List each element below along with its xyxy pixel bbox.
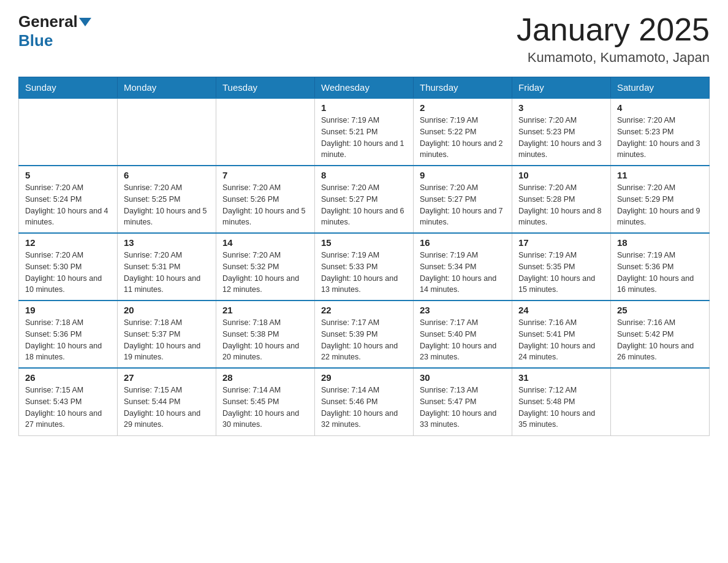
calendar-cell: 5Sunrise: 7:20 AMSunset: 5:24 PMDaylight… [19,166,118,233]
location-title: Kumamoto, Kumamoto, Japan [517,50,710,66]
weekday-header-sunday: Sunday [19,77,118,99]
day-number: 18 [617,237,703,248]
calendar-cell: 25Sunrise: 7:16 AMSunset: 5:42 PMDayligh… [611,301,710,368]
day-info: Sunrise: 7:19 AMSunset: 5:22 PMDaylight:… [420,115,506,161]
calendar-cell: 1Sunrise: 7:19 AMSunset: 5:21 PMDaylight… [315,98,414,166]
weekday-header-tuesday: Tuesday [216,77,315,99]
day-number: 4 [617,102,703,113]
calendar-cell: 2Sunrise: 7:19 AMSunset: 5:22 PMDaylight… [414,98,512,166]
day-number: 25 [617,305,703,315]
day-number: 28 [222,372,308,383]
calendar-cell: 26Sunrise: 7:15 AMSunset: 5:43 PMDayligh… [19,368,118,435]
day-info: Sunrise: 7:20 AMSunset: 5:30 PMDaylight:… [25,250,111,296]
day-number: 7 [222,170,308,180]
day-number: 27 [124,372,210,383]
day-info: Sunrise: 7:16 AMSunset: 5:41 PMDaylight:… [518,317,604,363]
day-number: 29 [321,372,407,383]
calendar-cell: 6Sunrise: 7:20 AMSunset: 5:25 PMDaylight… [118,166,216,233]
calendar-cell: 29Sunrise: 7:14 AMSunset: 5:46 PMDayligh… [315,368,414,435]
day-number: 23 [420,305,506,315]
logo: General Blue [18,12,93,50]
day-number: 15 [321,237,407,248]
day-info: Sunrise: 7:20 AMSunset: 5:23 PMDaylight:… [518,115,604,161]
calendar-cell: 11Sunrise: 7:20 AMSunset: 5:29 PMDayligh… [611,166,710,233]
page-header: General Blue January 2025 Kumamoto, Kuma… [18,12,710,66]
day-info: Sunrise: 7:16 AMSunset: 5:42 PMDaylight:… [617,317,703,363]
weekday-header-wednesday: Wednesday [315,77,414,99]
day-info: Sunrise: 7:20 AMSunset: 5:27 PMDaylight:… [420,182,506,228]
calendar-cell: 21Sunrise: 7:18 AMSunset: 5:38 PMDayligh… [216,301,315,368]
week-row-1: 1Sunrise: 7:19 AMSunset: 5:21 PMDaylight… [19,98,710,166]
calendar-cell: 31Sunrise: 7:12 AMSunset: 5:48 PMDayligh… [512,368,611,435]
month-title: January 2025 [517,12,710,47]
calendar-cell: 14Sunrise: 7:20 AMSunset: 5:32 PMDayligh… [216,233,315,301]
day-number: 11 [617,170,703,180]
calendar-cell: 3Sunrise: 7:20 AMSunset: 5:23 PMDaylight… [512,98,611,166]
calendar-cell: 7Sunrise: 7:20 AMSunset: 5:26 PMDaylight… [216,166,315,233]
day-info: Sunrise: 7:18 AMSunset: 5:36 PMDaylight:… [25,317,111,363]
day-number: 17 [518,237,604,248]
weekday-header-row: SundayMondayTuesdayWednesdayThursdayFrid… [19,77,710,99]
day-number: 20 [124,305,210,315]
day-number: 13 [124,237,210,248]
calendar-cell: 30Sunrise: 7:13 AMSunset: 5:47 PMDayligh… [414,368,512,435]
day-info: Sunrise: 7:18 AMSunset: 5:37 PMDaylight:… [124,317,210,363]
day-info: Sunrise: 7:20 AMSunset: 5:25 PMDaylight:… [124,182,210,228]
calendar-cell: 10Sunrise: 7:20 AMSunset: 5:28 PMDayligh… [512,166,611,233]
logo-blue-text: Blue [18,31,53,50]
calendar-cell: 4Sunrise: 7:20 AMSunset: 5:23 PMDaylight… [611,98,710,166]
day-number: 19 [25,305,111,315]
week-row-4: 19Sunrise: 7:18 AMSunset: 5:36 PMDayligh… [19,301,710,368]
weekday-header-friday: Friday [512,77,611,99]
calendar-cell: 24Sunrise: 7:16 AMSunset: 5:41 PMDayligh… [512,301,611,368]
day-info: Sunrise: 7:18 AMSunset: 5:38 PMDaylight:… [222,317,308,363]
calendar-cell: 19Sunrise: 7:18 AMSunset: 5:36 PMDayligh… [19,301,118,368]
day-info: Sunrise: 7:20 AMSunset: 5:32 PMDaylight:… [222,250,308,296]
day-info: Sunrise: 7:13 AMSunset: 5:47 PMDaylight:… [420,385,506,431]
day-number: 5 [25,170,111,180]
weekday-header-saturday: Saturday [611,77,710,99]
calendar-cell: 28Sunrise: 7:14 AMSunset: 5:45 PMDayligh… [216,368,315,435]
day-info: Sunrise: 7:19 AMSunset: 5:21 PMDaylight:… [321,115,407,161]
weekday-header-monday: Monday [118,77,216,99]
day-info: Sunrise: 7:14 AMSunset: 5:45 PMDaylight:… [222,385,308,431]
calendar-cell: 12Sunrise: 7:20 AMSunset: 5:30 PMDayligh… [19,233,118,301]
week-row-2: 5Sunrise: 7:20 AMSunset: 5:24 PMDaylight… [19,166,710,233]
day-info: Sunrise: 7:14 AMSunset: 5:46 PMDaylight:… [321,385,407,431]
week-row-5: 26Sunrise: 7:15 AMSunset: 5:43 PMDayligh… [19,368,710,435]
day-info: Sunrise: 7:17 AMSunset: 5:40 PMDaylight:… [420,317,506,363]
calendar-cell: 15Sunrise: 7:19 AMSunset: 5:33 PMDayligh… [315,233,414,301]
calendar-cell: 17Sunrise: 7:19 AMSunset: 5:35 PMDayligh… [512,233,611,301]
calendar-cell: 13Sunrise: 7:20 AMSunset: 5:31 PMDayligh… [118,233,216,301]
title-block: January 2025 Kumamoto, Kumamoto, Japan [517,12,710,66]
calendar-cell: 27Sunrise: 7:15 AMSunset: 5:44 PMDayligh… [118,368,216,435]
calendar-cell: 16Sunrise: 7:19 AMSunset: 5:34 PMDayligh… [414,233,512,301]
calendar-cell: 9Sunrise: 7:20 AMSunset: 5:27 PMDaylight… [414,166,512,233]
day-number: 22 [321,305,407,315]
day-info: Sunrise: 7:15 AMSunset: 5:43 PMDaylight:… [25,385,111,431]
day-info: Sunrise: 7:20 AMSunset: 5:24 PMDaylight:… [25,182,111,228]
day-number: 1 [321,102,407,113]
day-info: Sunrise: 7:19 AMSunset: 5:33 PMDaylight:… [321,250,407,296]
calendar-cell [118,98,216,166]
calendar-cell: 22Sunrise: 7:17 AMSunset: 5:39 PMDayligh… [315,301,414,368]
day-info: Sunrise: 7:20 AMSunset: 5:29 PMDaylight:… [617,182,703,228]
day-info: Sunrise: 7:19 AMSunset: 5:36 PMDaylight:… [617,250,703,296]
day-info: Sunrise: 7:20 AMSunset: 5:31 PMDaylight:… [124,250,210,296]
calendar-cell: 23Sunrise: 7:17 AMSunset: 5:40 PMDayligh… [414,301,512,368]
day-number: 8 [321,170,407,180]
logo-triangle-icon [79,18,91,26]
day-info: Sunrise: 7:20 AMSunset: 5:28 PMDaylight:… [518,182,604,228]
day-info: Sunrise: 7:19 AMSunset: 5:34 PMDaylight:… [420,250,506,296]
day-number: 10 [518,170,604,180]
day-number: 30 [420,372,506,383]
calendar-cell: 18Sunrise: 7:19 AMSunset: 5:36 PMDayligh… [611,233,710,301]
calendar-cell [19,98,118,166]
day-number: 31 [518,372,604,383]
day-number: 12 [25,237,111,248]
calendar-cell: 20Sunrise: 7:18 AMSunset: 5:37 PMDayligh… [118,301,216,368]
calendar-cell [611,368,710,435]
day-number: 6 [124,170,210,180]
logo-general-text: General [18,12,78,31]
day-number: 3 [518,102,604,113]
